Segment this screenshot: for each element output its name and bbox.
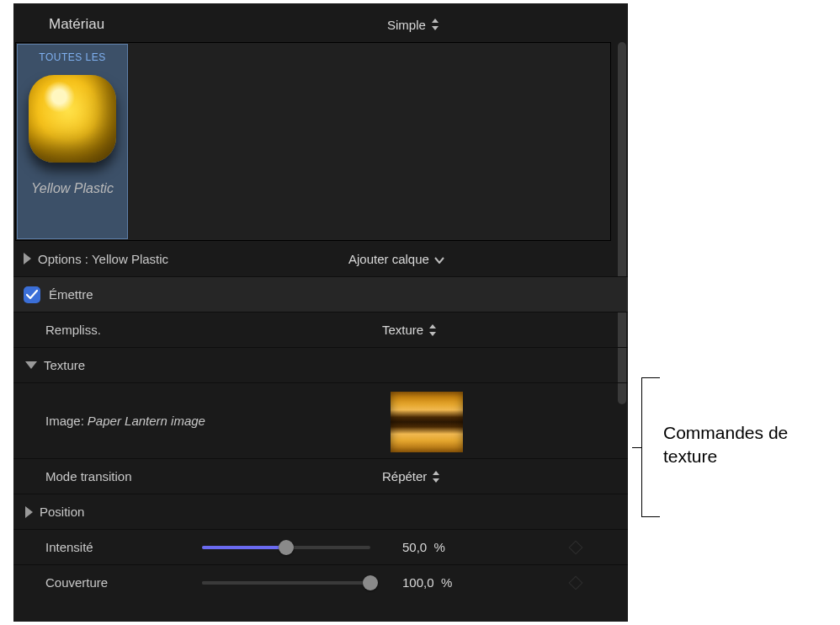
material-label: Matériau	[49, 16, 104, 33]
material-preview-cube	[29, 75, 116, 163]
image-label: Image:	[45, 414, 84, 428]
emit-label: Émettre	[49, 287, 93, 302]
options-row[interactable]: Options : Yellow Plastic Ajouter calque	[13, 241, 628, 276]
material-card[interactable]: TOUTES LES Yellow Plastic	[17, 44, 128, 239]
callout-tick	[632, 447, 642, 448]
position-row[interactable]: Position	[13, 494, 628, 529]
wrap-value: Répéter	[382, 469, 427, 483]
coverage-thumb[interactable]	[363, 575, 378, 590]
material-preview	[22, 68, 123, 169]
disclosure-down-icon	[25, 361, 37, 369]
wrap-row: Mode transition Répéter	[13, 458, 628, 494]
material-header: Matériau Simple	[13, 7, 628, 42]
inspector-panel: Matériau Simple TOUTES LES Yellow Plasti…	[13, 3, 628, 622]
coverage-slider[interactable]	[202, 581, 370, 585]
emit-checkbox[interactable]	[24, 286, 40, 303]
coverage-row: Couverture 100,0 %	[13, 564, 628, 600]
position-label: Position	[40, 505, 84, 519]
emit-row: Émettre	[13, 276, 628, 312]
updown-icon	[431, 19, 439, 30]
intensity-thumb[interactable]	[279, 540, 294, 555]
coverage-fill	[202, 581, 370, 585]
material-well: TOUTES LES Yellow Plastic	[15, 42, 611, 241]
material-mode-popup[interactable]: Simple	[387, 18, 439, 32]
material-card-tab: TOUTES LES	[39, 50, 105, 68]
add-layer-popup[interactable]: Ajouter calque	[348, 252, 444, 266]
reset-diamond-icon[interactable]	[569, 540, 583, 554]
add-layer-label: Ajouter calque	[348, 252, 429, 266]
coverage-label: Couverture	[45, 575, 108, 590]
disclosure-right-icon	[25, 506, 33, 518]
intensity-label: Intensité	[45, 540, 93, 554]
material-name: Yellow Plastic	[31, 181, 114, 196]
wrap-label: Mode transition	[45, 469, 132, 483]
texture-thumbnail[interactable]	[391, 392, 463, 452]
reset-diamond-icon[interactable]	[569, 575, 583, 590]
fill-row: Rempliss. Texture	[13, 312, 628, 347]
image-row: Image: Paper Lantern image	[13, 382, 628, 458]
texture-group-label: Texture	[44, 358, 85, 372]
fill-value: Texture	[382, 323, 423, 337]
chevron-down-icon	[434, 252, 444, 266]
intensity-value[interactable]: 50,0 %	[402, 540, 445, 554]
callout-text: Commandes de texture	[663, 421, 788, 469]
callout-bracket	[641, 377, 660, 517]
options-label: Options : Yellow Plastic	[38, 252, 168, 266]
material-mode-value: Simple	[387, 18, 426, 32]
wrap-popup[interactable]: Répéter	[382, 469, 440, 483]
disclosure-right-icon	[24, 253, 31, 264]
coverage-value[interactable]: 100,0 %	[402, 575, 452, 590]
intensity-slider[interactable]	[202, 546, 370, 549]
intensity-row: Intensité 50,0 %	[13, 529, 628, 564]
fill-label: Rempliss.	[45, 323, 101, 337]
fill-popup[interactable]: Texture	[382, 323, 437, 337]
image-value: Paper Lantern image	[88, 414, 205, 428]
texture-group-row[interactable]: Texture	[13, 347, 628, 382]
intensity-fill	[202, 546, 286, 549]
updown-icon	[428, 324, 437, 336]
updown-icon	[432, 471, 440, 483]
